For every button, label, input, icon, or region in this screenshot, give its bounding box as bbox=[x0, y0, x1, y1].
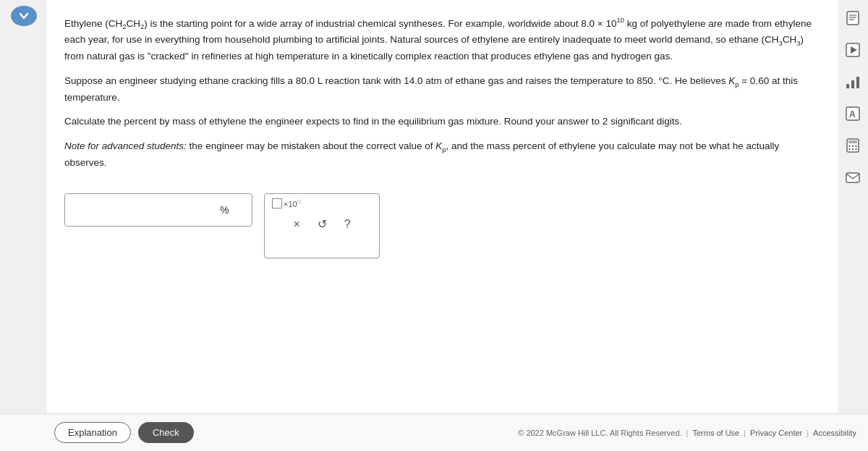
problem-text: Ethylene (CH2CH2) is the starting point … bbox=[64, 14, 820, 179]
svg-point-15 bbox=[855, 146, 856, 147]
sidebar-icon-notes[interactable] bbox=[842, 7, 864, 29]
sci-undo-button[interactable]: ↺ bbox=[315, 214, 330, 234]
svg-rect-8 bbox=[856, 77, 859, 88]
left-panel bbox=[0, 0, 47, 413]
svg-point-16 bbox=[848, 148, 850, 150]
footer-divider-2: | bbox=[744, 429, 746, 437]
sidebar-icon-play[interactable] bbox=[842, 39, 864, 61]
svg-text:A: A bbox=[849, 109, 856, 119]
sidebar-icon-email[interactable] bbox=[842, 167, 864, 188]
percent-label: % bbox=[220, 204, 229, 216]
explanation-button[interactable]: Explanation bbox=[54, 422, 131, 443]
main-content-area: Ethylene (CH2CH2) is the starting point … bbox=[0, 0, 868, 413]
check-button[interactable]: Check bbox=[138, 422, 194, 443]
svg-point-13 bbox=[848, 146, 850, 147]
svg-rect-7 bbox=[851, 80, 854, 88]
svg-point-14 bbox=[852, 146, 854, 147]
privacy-link[interactable]: Privacy Center bbox=[750, 429, 802, 437]
paragraph-1: Ethylene (CH2CH2) is the starting point … bbox=[64, 14, 820, 64]
footer-divider-1: | bbox=[686, 429, 689, 437]
svg-point-17 bbox=[852, 148, 854, 150]
svg-rect-12 bbox=[848, 140, 857, 143]
sci-notation-small-box bbox=[272, 198, 282, 208]
footer-left: Explanation Check bbox=[54, 422, 194, 443]
footer-divider-3: | bbox=[807, 429, 809, 437]
sci-notation-top: ×10□ bbox=[265, 194, 379, 208]
paragraph-3: Calculate the percent by mass of ethylen… bbox=[64, 114, 820, 130]
paragraph-4: Note for advanced students: the engineer… bbox=[64, 138, 820, 170]
scroll-down-button[interactable] bbox=[11, 6, 37, 26]
sci-notation-buttons: × ↺ ? bbox=[265, 214, 379, 234]
right-sidebar: A bbox=[838, 0, 868, 413]
paragraph-2: Suppose an engineer studying ethane crac… bbox=[64, 73, 820, 105]
x10-label: ×10□ bbox=[284, 198, 301, 208]
answer-input-wrapper: % bbox=[64, 193, 252, 227]
sidebar-icon-stats[interactable] bbox=[842, 71, 864, 93]
footer: Explanation Check © 2022 McGraw Hill LLC… bbox=[0, 413, 868, 451]
svg-rect-6 bbox=[846, 84, 849, 88]
sidebar-icon-calculator[interactable] bbox=[842, 135, 864, 156]
svg-point-18 bbox=[855, 148, 856, 150]
copyright-text: © 2022 McGraw Hill LLC. All Rights Reser… bbox=[518, 429, 681, 437]
svg-rect-0 bbox=[847, 12, 859, 25]
content-panel: Ethylene (CH2CH2) is the starting point … bbox=[47, 0, 838, 413]
accessibility-link[interactable]: Accessibility bbox=[813, 429, 856, 437]
sci-notation-icon: ×10□ bbox=[272, 198, 301, 208]
sidebar-icon-accessibility[interactable]: A bbox=[842, 103, 864, 125]
sci-help-button[interactable]: ? bbox=[341, 215, 354, 234]
footer-right: © 2022 McGraw Hill LLC. All Rights Reser… bbox=[518, 429, 856, 437]
answer-input[interactable] bbox=[72, 204, 217, 216]
svg-rect-19 bbox=[846, 173, 859, 182]
terms-link[interactable]: Terms of Use bbox=[692, 429, 739, 437]
page-wrapper: Ethylene (CH2CH2) is the starting point … bbox=[0, 0, 868, 451]
sci-notation-box: ×10□ × ↺ ? bbox=[264, 193, 380, 258]
sci-clear-button[interactable]: × bbox=[290, 215, 302, 234]
answer-area: % ×10□ × ↺ ? bbox=[64, 193, 820, 258]
